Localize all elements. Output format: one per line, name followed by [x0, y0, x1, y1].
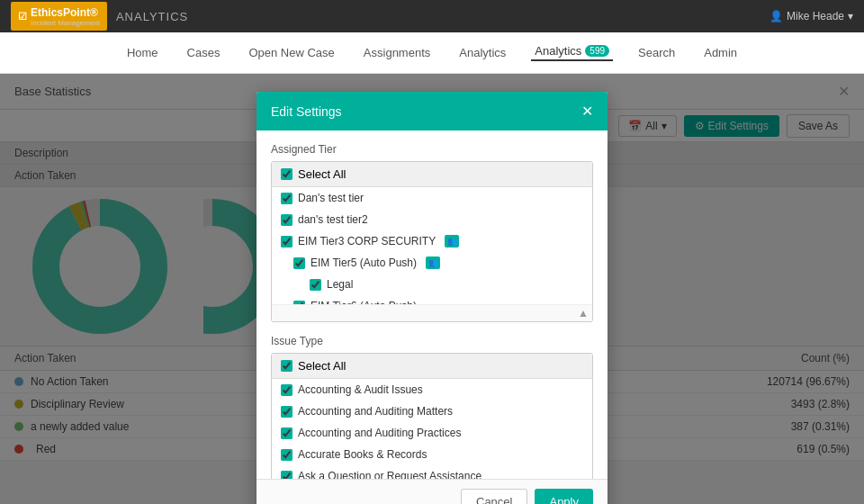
- tier-label: EIM Tier5 (Auto Push): [310, 256, 417, 269]
- cancel-button[interactable]: Cancel: [461, 489, 527, 504]
- nav-assignments[interactable]: Assignments: [360, 46, 434, 59]
- tier-label: Legal: [327, 278, 353, 291]
- list-item: Ask a Question or Request Assistance: [272, 465, 592, 479]
- nav-cases[interactable]: Cases: [184, 46, 224, 59]
- list-item: Accounting & Audit Issues: [272, 379, 592, 400]
- top-header: ☑ EthicsPoint® Incident Management ANALY…: [0, 0, 864, 32]
- nav-admin[interactable]: Admin: [700, 46, 741, 59]
- tier-list[interactable]: Dan's test tier dan's test tier2 EIM Tie…: [272, 187, 592, 304]
- list-item: EIM Tier3 CORP SECURITY 👥: [272, 230, 592, 252]
- team-icon: 👥: [426, 256, 440, 269]
- tier-checkbox[interactable]: [281, 193, 292, 204]
- logo-text: EthicsPoint® Incident Management: [31, 5, 100, 27]
- issue-label: Accounting & Audit Issues: [298, 383, 423, 396]
- issue-type-filter: Select All Accounting & Audit Issues Acc…: [271, 353, 593, 479]
- tier-checkbox[interactable]: [293, 301, 305, 305]
- nav-search[interactable]: Search: [634, 46, 679, 59]
- chevron-down-icon[interactable]: ▾: [848, 10, 853, 22]
- issue-label: Accounting and Auditing Matters: [298, 405, 453, 418]
- logo-box: ☑ EthicsPoint® Incident Management: [11, 2, 107, 31]
- nav-analytics[interactable]: Analytics: [455, 46, 509, 59]
- issue-select-all-row: Select All: [272, 354, 592, 379]
- user-name: Mike Heade: [787, 10, 844, 22]
- issue-checkbox[interactable]: [281, 471, 292, 480]
- modal-title: Edit Settings: [271, 104, 342, 119]
- issue-label: Accurate Books & Records: [298, 448, 427, 461]
- tier-label: EIM Tier3 CORP SECURITY: [298, 235, 436, 248]
- apply-button[interactable]: Apply: [535, 489, 593, 504]
- list-item: Legal: [272, 274, 592, 295]
- list-item: Accounting and Auditing Matters: [272, 400, 592, 422]
- issue-checkbox[interactable]: [281, 428, 292, 439]
- list-item: Accurate Books & Records: [272, 444, 592, 465]
- team-icon: 👥: [445, 235, 459, 248]
- tier-checkbox[interactable]: [281, 214, 292, 226]
- tier-label: Dan's test tier: [298, 192, 364, 204]
- issue-checkbox[interactable]: [281, 384, 292, 396]
- select-all-label: Select All: [298, 167, 346, 181]
- header-left: ☑ EthicsPoint® Incident Management ANALY…: [11, 2, 188, 31]
- issue-type-label: Issue Type: [271, 335, 593, 347]
- modal-close-button[interactable]: ✕: [581, 103, 593, 120]
- list-item: EIM Tier6 (Auto Push): [272, 295, 592, 304]
- scroll-down-indicator: ▲: [272, 304, 592, 321]
- issue-select-all-label: Select All: [298, 359, 346, 373]
- issue-checkbox[interactable]: [281, 449, 292, 461]
- list-item: dan's test tier2: [272, 209, 592, 230]
- list-item: Accounting and Auditing Practices: [272, 422, 592, 444]
- issue-select-all-checkbox[interactable]: [281, 360, 292, 372]
- nav-home[interactable]: Home: [123, 46, 162, 59]
- nav-open-new-case[interactable]: Open New Case: [245, 46, 338, 59]
- modal-footer: Cancel Apply: [256, 479, 608, 504]
- assigned-tier-label: Assigned Tier: [271, 143, 593, 156]
- analytics-badge: 599: [585, 45, 609, 57]
- tier-label: dan's test tier2: [298, 213, 368, 226]
- logo-icon: ☑: [18, 11, 27, 22]
- issue-label: Accounting and Auditing Practices: [298, 427, 461, 439]
- select-all-row: Select All: [272, 162, 592, 187]
- chevron-up-icon: ▲: [578, 307, 589, 320]
- issue-label: Ask a Question or Request Assistance: [298, 470, 482, 479]
- user-icon: 👤: [770, 10, 783, 22]
- list-item: Dan's test tier: [272, 187, 592, 209]
- issue-checkbox[interactable]: [281, 406, 292, 418]
- modal-overlay: Edit Settings ✕ Assigned Tier Select All: [0, 74, 864, 504]
- tier-checkbox[interactable]: [281, 236, 292, 248]
- assigned-tier-filter: Select All Dan's test tier dan's test ti…: [271, 161, 593, 322]
- issue-type-list[interactable]: Accounting & Audit Issues Accounting and…: [272, 379, 592, 479]
- main-content: Base Statistics ✕ Date Range 📅 All ▾ ⚙ E…: [0, 74, 864, 504]
- analytics-label: ANALYTICS: [116, 10, 188, 23]
- tier-checkbox[interactable]: [310, 279, 321, 291]
- nav-bar: Home Cases Open New Case Assignments Ana…: [0, 32, 864, 74]
- tier-checkbox[interactable]: [293, 257, 305, 269]
- select-all-checkbox[interactable]: [281, 168, 292, 180]
- tier-label: EIM Tier6 (Auto Push): [310, 300, 417, 304]
- modal-body[interactable]: Assigned Tier Select All Dan's test tier: [256, 130, 608, 479]
- header-right: 👤 Mike Heade ▾: [770, 10, 853, 22]
- list-item: EIM Tier5 (Auto Push) 👥: [272, 252, 592, 274]
- edit-settings-modal: Edit Settings ✕ Assigned Tier Select All: [256, 92, 608, 504]
- modal-header: Edit Settings ✕: [256, 92, 608, 130]
- nav-analytics-active[interactable]: Analytics 599: [531, 44, 613, 61]
